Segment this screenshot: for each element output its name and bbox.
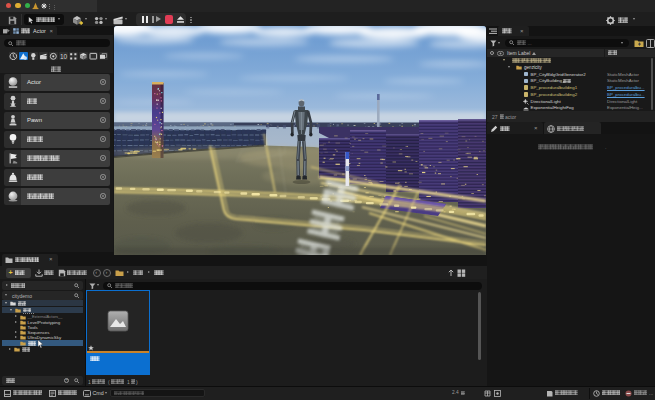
svg-text:10: 10 [60,52,68,59]
